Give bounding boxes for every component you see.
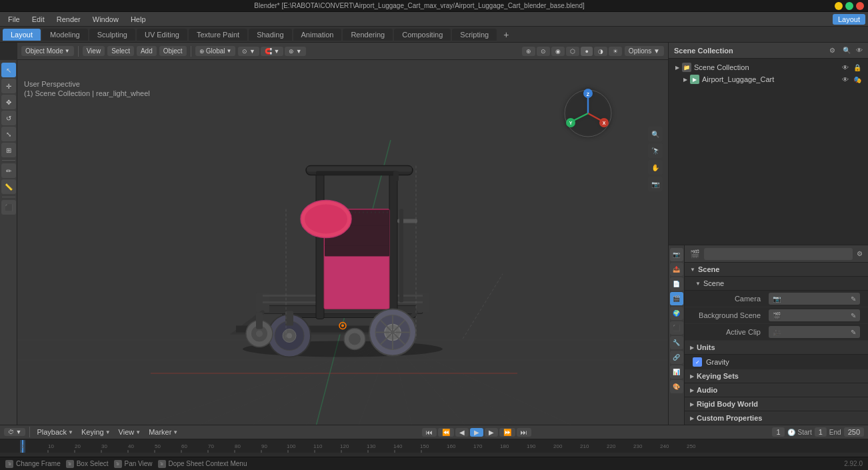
tab-scripting[interactable]: Scripting — [452, 29, 497, 41]
proportional-btn[interactable]: ⊚ ▼ — [285, 47, 305, 56]
rotate-tool[interactable]: ↺ — [1, 111, 16, 125]
camera-value[interactable]: 📷 ✎ — [769, 293, 860, 305]
prop-tab-scene[interactable]: 🎬 — [670, 292, 683, 305]
solid-shading[interactable]: ● — [581, 47, 592, 56]
tab-compositing[interactable]: Compositing — [394, 29, 451, 41]
pan-view-btn[interactable]: ✋ — [648, 160, 663, 175]
minimize-button[interactable] — [835, 2, 843, 10]
menu-render[interactable]: Render — [51, 14, 86, 25]
keying-menu[interactable]: Keying ▼ — [79, 427, 113, 437]
snap-btn[interactable]: 🧲 ▼ — [261, 47, 283, 56]
active-clip-value[interactable]: 🎥 ✎ — [769, 326, 860, 338]
wire-shading[interactable]: ⬡ — [566, 47, 579, 56]
xray-toggle[interactable]: ◉ — [551, 47, 565, 56]
annotate-tool[interactable]: ✏ — [1, 163, 16, 178]
object-mode-dropdown[interactable]: Object Mode ▼ — [21, 46, 74, 56]
camera-link-icon[interactable]: ✎ — [851, 295, 856, 303]
playback-menu[interactable]: Playback ▼ — [34, 427, 76, 437]
transform-tool[interactable]: ⊞ — [1, 143, 16, 157]
units-section-header[interactable]: ▶ Units — [685, 341, 868, 355]
prop-search-input[interactable] — [704, 248, 853, 260]
tab-add[interactable]: + — [498, 27, 514, 42]
custom-props-header[interactable]: ▶ Custom Properties — [685, 411, 868, 425]
outliner-scene-collection[interactable]: ▶ 📁 Scene Collection 👁 🔒 — [673, 61, 864, 73]
zoom-out-btn[interactable]: 🔭 — [648, 143, 663, 158]
tab-sculpting[interactable]: Sculpting — [89, 29, 135, 41]
prop-tab-data[interactable]: 📊 — [670, 365, 683, 379]
prev-frame-btn[interactable]: ◀ — [455, 428, 469, 437]
outliner-filter-btn[interactable]: ⚙ — [827, 45, 837, 56]
bg-scene-value[interactable]: 🎬 ✎ — [769, 309, 860, 321]
end-frame-input[interactable]: 250 — [844, 427, 864, 437]
tab-texture-paint[interactable]: Texture Paint — [189, 29, 247, 41]
close-button[interactable] — [856, 2, 864, 10]
gizmo-widget[interactable]: Z X Y — [561, 87, 615, 140]
cursor-tool[interactable]: ✛ — [1, 79, 16, 93]
jump-end-btn[interactable]: ⏭ — [517, 428, 531, 437]
jump-start-btn[interactable]: ⏮ — [422, 428, 437, 437]
prop-tab-object[interactable]: ⬛ — [670, 321, 683, 335]
menu-edit[interactable]: Edit — [27, 14, 50, 25]
menu-help[interactable]: Help — [125, 14, 151, 25]
material-shading[interactable]: ◑ — [594, 47, 607, 56]
svg-rect-54 — [399, 209, 403, 302]
gravity-checkbox[interactable]: ✓ — [693, 357, 702, 367]
pivot-btn[interactable]: ⊙ ▼ — [238, 47, 259, 56]
outliner-eye-btn[interactable]: 👁 — [856, 47, 863, 54]
menu-window[interactable]: Window — [87, 14, 124, 25]
prop-tab-modifier[interactable]: 🔧 — [670, 336, 683, 349]
zoom-in-btn[interactable]: 🔍 — [648, 127, 663, 141]
overlay-toggle[interactable]: ⊙ — [537, 47, 550, 56]
prop-tab-render[interactable]: 📷 — [670, 248, 683, 261]
next-frame-btn[interactable]: ▶ — [485, 428, 498, 437]
rigid-body-header[interactable]: ▶ Rigid Body World — [685, 397, 868, 411]
view-menu[interactable]: View — [83, 46, 105, 56]
prop-tab-view-layer[interactable]: 📄 — [670, 277, 683, 291]
prev-keyframe-btn[interactable]: ⏪ — [438, 428, 454, 437]
rendered-shading[interactable]: ☀ — [609, 47, 622, 56]
next-keyframe-btn[interactable]: ⏩ — [499, 428, 515, 437]
workspace-layout[interactable]: Layout — [833, 14, 865, 25]
prop-filter-btn[interactable]: ⚙ — [857, 250, 863, 257]
outliner-airport-cart[interactable]: ▶ ▶ Airport_Luggage_Cart 👁 🎭 — [673, 73, 864, 85]
tab-rendering[interactable]: Rendering — [343, 29, 393, 41]
audio-header[interactable]: ▶ Audio — [685, 383, 868, 397]
tab-animation[interactable]: Animation — [293, 29, 342, 41]
add-menu[interactable]: Add — [137, 46, 157, 56]
current-frame-input[interactable]: 1 — [772, 427, 784, 437]
play-btn[interactable]: ▶ — [470, 428, 483, 437]
options-btn[interactable]: Options ▼ — [625, 46, 664, 56]
active-clip-link[interactable]: ✎ — [851, 329, 856, 336]
start-frame-input[interactable]: 1 — [815, 427, 827, 437]
viewport-gizmos-toggle[interactable]: ⊕ — [522, 47, 535, 56]
tab-shading[interactable]: Shading — [249, 29, 291, 41]
move-tool[interactable]: ✥ — [1, 95, 16, 109]
camera-view-btn[interactable]: 📷 — [648, 177, 663, 191]
marker-menu[interactable]: Marker ▼ — [146, 427, 181, 437]
view-menu-tl[interactable]: View ▼ — [116, 427, 144, 437]
bg-scene-link[interactable]: ✎ — [851, 312, 856, 319]
add-cube-tool[interactable]: ⬛ — [1, 200, 16, 215]
prop-tab-output[interactable]: 📤 — [670, 263, 683, 276]
tab-uv-editing[interactable]: UV Editing — [137, 29, 187, 41]
timeline-type-btn[interactable]: ⏱ ▼ — [4, 428, 25, 436]
tab-modeling[interactable]: Modeling — [42, 29, 88, 41]
transform-global[interactable]: ⊕ Global ▼ — [195, 46, 236, 56]
prop-tab-constraints[interactable]: 🔗 — [670, 351, 683, 364]
tab-layout[interactable]: Layout — [3, 29, 41, 41]
measure-tool[interactable]: 📏 — [1, 179, 16, 194]
keying-sets-header[interactable]: ▶ Keying Sets — [685, 369, 868, 383]
scale-tool[interactable]: ⤡ — [1, 127, 16, 141]
select-tool[interactable]: ↖ — [1, 63, 16, 77]
prop-tab-world[interactable]: 🌍 — [670, 307, 683, 320]
object-menu[interactable]: Object — [159, 46, 187, 56]
viewport[interactable]: User Perspective (1) Scene Collection | … — [17, 60, 668, 426]
maximize-button[interactable] — [845, 2, 853, 10]
scene-subsection-header[interactable]: ▼ Scene — [685, 277, 868, 291]
prop-tab-material[interactable]: 🎨 — [670, 380, 683, 393]
timeline-scrubber[interactable]: 1 10 20 30 40 50 60 70 80 90 100 110 120… — [0, 439, 868, 453]
select-menu[interactable]: Select — [107, 46, 134, 56]
scene-section-header[interactable]: ▼ Scene — [685, 263, 868, 277]
menu-file[interactable]: File — [3, 14, 25, 25]
outliner-search[interactable]: 🔍 — [841, 45, 852, 56]
